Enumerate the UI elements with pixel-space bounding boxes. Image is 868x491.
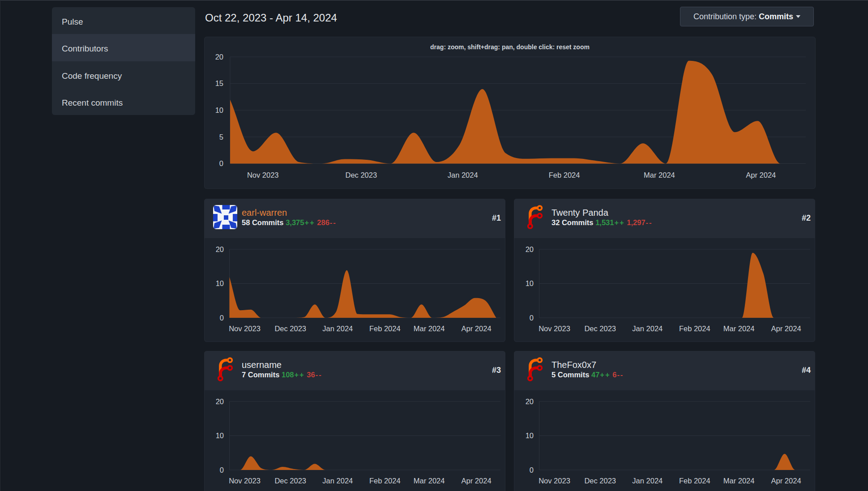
svg-text:Nov 2023: Nov 2023 — [247, 171, 279, 179]
svg-text:10: 10 — [216, 431, 224, 440]
svg-text:Feb 2024: Feb 2024 — [679, 477, 710, 485]
svg-text:0: 0 — [220, 466, 224, 474]
svg-text:Dec 2023: Dec 2023 — [345, 171, 377, 179]
svg-text:10: 10 — [216, 279, 224, 287]
svg-text:Jan 2024: Jan 2024 — [322, 324, 353, 333]
svg-text:0: 0 — [530, 314, 534, 322]
svg-text:drag: zoom, shift+drag: pan, d: drag: zoom, shift+drag: pan, double clic… — [430, 43, 590, 51]
svg-text:Feb 2024: Feb 2024 — [679, 324, 710, 333]
svg-text:Mar 2024: Mar 2024 — [414, 477, 445, 485]
svg-text:Mar 2024: Mar 2024 — [414, 324, 445, 333]
svg-text:Nov 2023: Nov 2023 — [229, 477, 261, 485]
svg-text:Jan 2024: Jan 2024 — [632, 324, 663, 333]
svg-text:20: 20 — [526, 397, 534, 406]
svg-text:20: 20 — [216, 245, 224, 253]
svg-text:Jan 2024: Jan 2024 — [632, 477, 663, 485]
svg-text:Feb 2024: Feb 2024 — [549, 171, 580, 179]
svg-text:Nov 2023: Nov 2023 — [539, 324, 570, 333]
svg-text:Feb 2024: Feb 2024 — [369, 324, 401, 333]
svg-text:Apr 2024: Apr 2024 — [462, 324, 492, 333]
svg-text:Mar 2024: Mar 2024 — [723, 477, 755, 485]
svg-text:0: 0 — [530, 466, 534, 474]
svg-text:Feb 2024: Feb 2024 — [369, 477, 401, 485]
svg-text:Jan 2024: Jan 2024 — [448, 171, 478, 179]
svg-text:Dec 2023: Dec 2023 — [274, 477, 306, 485]
svg-text:Jan 2024: Jan 2024 — [322, 477, 353, 485]
svg-text:Dec 2023: Dec 2023 — [584, 324, 616, 333]
svg-text:10: 10 — [215, 106, 223, 114]
svg-text:Nov 2023: Nov 2023 — [539, 477, 570, 485]
svg-text:0: 0 — [220, 314, 224, 322]
svg-text:0: 0 — [219, 159, 223, 167]
svg-text:20: 20 — [216, 397, 224, 406]
svg-text:20: 20 — [526, 245, 534, 253]
svg-text:Apr 2024: Apr 2024 — [746, 171, 776, 179]
svg-text:20: 20 — [215, 53, 223, 61]
svg-text:Mar 2024: Mar 2024 — [644, 171, 675, 179]
svg-text:Apr 2024: Apr 2024 — [771, 324, 801, 333]
svg-text:Apr 2024: Apr 2024 — [771, 477, 801, 485]
svg-text:Dec 2023: Dec 2023 — [584, 477, 616, 485]
svg-text:5: 5 — [219, 133, 223, 141]
svg-text:15: 15 — [215, 79, 223, 87]
svg-text:Nov 2023: Nov 2023 — [229, 324, 261, 333]
svg-text:Dec 2023: Dec 2023 — [274, 324, 306, 333]
svg-text:Mar 2024: Mar 2024 — [723, 324, 755, 333]
svg-text:10: 10 — [526, 431, 534, 440]
svg-text:10: 10 — [526, 279, 534, 287]
svg-text:Apr 2024: Apr 2024 — [462, 477, 492, 485]
